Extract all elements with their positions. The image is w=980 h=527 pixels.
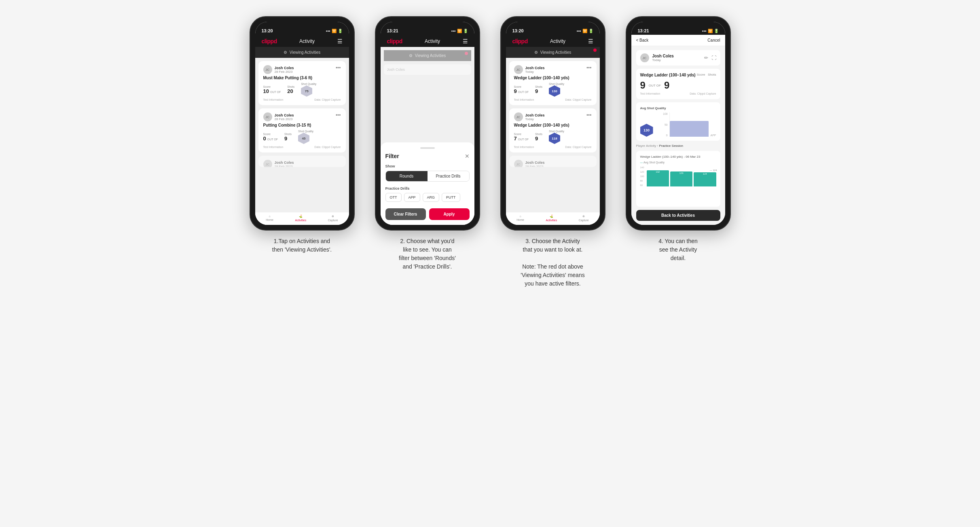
status-time-4: 13:21 [638,28,649,33]
back-button[interactable]: < Back [636,38,649,42]
activity-list-1: JC Josh Coles 28 Feb 2023 ••• Must Make … [255,58,349,212]
viewing-activities-bar-1[interactable]: ⚙ Viewing Activities [255,47,349,58]
home-icon-1: ⌂ [269,215,271,218]
card-header-1-2: JC Josh Coles 28 Feb 2023 ••• [263,112,341,121]
viewing-activities-bar-3[interactable]: ⚙ Viewing Activities [506,47,600,58]
phone-section-1: 13:20 ▪▪▪ 🛜 🔋 clippd Activity ☰ ⚙ Viewi [246,16,359,254]
detail-score-row: 9 OUT OF 9 [640,80,716,91]
card-footer-1-1: Test Information Data: Clippd Capture [263,98,341,101]
card-dots-1-1[interactable]: ••• [336,65,341,71]
cancel-button[interactable]: Cancel [707,38,720,42]
detail-header: < Back Cancel [631,35,725,46]
detail-score-section: Wedge Ladder (100–140 yds) Score Shots 9… [636,69,720,99]
activities-icon-3: ⛳ [550,215,553,218]
nav-capture-3[interactable]: ⊕ Capture [579,215,589,222]
bar-chart-area: 140 120 100 80 60 132 [640,166,716,186]
score-col-label: Score Shots [696,73,716,76]
detail-score: 9 [640,80,646,91]
card-footer-3-2: Test Information Data: Clippd Capture [514,146,592,148]
back-to-activities-btn[interactable]: Back to Activities [636,210,720,221]
score-label-1-1: Score [263,85,281,88]
status-icons-4: ▪▪▪ 🛜 🔋 [702,29,719,33]
capture-label-1: Capture [328,219,338,222]
status-time-1: 13:20 [262,28,273,33]
card-stats-1-2: Score 0 OUT OF Shots 9 [263,130,341,144]
nav-title-3: Activity [550,38,565,44]
shots-stat-1-1: Shots 20 [287,85,294,94]
nav-home-1[interactable]: ⌂ Home [266,215,273,222]
filter-icon-3: ⚙ [534,50,538,55]
card-user-info-1-3: Josh Coles 28 Feb 2023 [275,161,294,167]
menu-icon-3[interactable]: ☰ [588,38,593,44]
phone-section-4: 13:21 ▪▪▪ 🛜 🔋 < Back Cancel JC [622,16,735,262]
user-date-1-1: 28 Feb 2023 [275,70,294,74]
card-stats-3-2: Score 7 OUT OF Shots 9 [514,130,592,144]
card-title-3-1: Wedge Ladder (100–140 yds) [514,76,592,80]
quality-hexagon-detail: 130 [640,124,653,137]
nav-activities-3[interactable]: ⛳ Activities [546,215,557,222]
detail-outof: OUT OF [649,84,661,87]
drill-app[interactable]: APP [404,193,420,202]
apply-button[interactable]: Apply [429,208,470,220]
card-dots-3-1[interactable]: ••• [586,65,592,71]
nav-home-3[interactable]: ⌂ Home [516,215,524,222]
practice-drills-label: Practice Drills [385,186,470,190]
activity-card-3-2[interactable]: JC Josh Coles Today ••• Wedge Ladder (10… [509,108,597,152]
viewing-activities-label-3: Viewing Activities [540,50,571,55]
screen-content-3: ⚙ Viewing Activities JC Josh Coles [506,47,600,225]
bg-content-2: ⚙ Viewing Activities Josh Coles [381,47,474,80]
activity-card-3-1[interactable]: JC Josh Coles Today ••• Wedge Ladder (10… [509,61,597,105]
drill-putt[interactable]: PUTT [442,193,460,202]
edit-icon[interactable]: ✏ [704,55,708,61]
filter-actions: Clear Filters Apply [385,208,470,220]
nav-activities-1[interactable]: ⛳ Activities [295,215,307,222]
bar-y-axis: 140 120 100 80 60 [640,166,644,186]
bar-1: 132 [647,170,669,186]
caption-3: 3. Choose the Activity that you want to … [521,237,584,288]
status-time-3: 13:20 [512,28,524,33]
shots-stat-1-2: Shots 9 [284,133,292,142]
filter-drill-row: OTT APP ARG PUTT [385,193,470,202]
clear-filters-button[interactable]: Clear Filters [385,208,426,220]
quality-stat-1-1: Shot Quality 75 [301,83,316,97]
viewing-activities-label-1: Viewing Activities [290,50,321,55]
bars: 132 129 124 — 124 [647,166,716,186]
practice-drills-toggle[interactable]: Practice Drills [428,171,469,181]
caption-2: 2. Choose what you'd like to see. You ca… [399,237,456,271]
filter-close-icon[interactable]: ✕ [465,153,470,159]
nav-capture-1[interactable]: ⊕ Capture [328,215,338,222]
score-value-1-1: 10 OUT OF [263,88,281,94]
nav-title-2: Activity [425,38,440,44]
card-dots-1-2[interactable]: ••• [336,112,341,118]
bg-card-2: Josh Coles [384,64,471,75]
battery-icon-2: 🔋 [463,29,468,33]
menu-icon-1[interactable]: ☰ [337,38,343,44]
score-stat-1-2: Score 0 OUT OF [263,133,278,142]
activity-card-1-1[interactable]: JC Josh Coles 28 Feb 2023 ••• Must Make … [258,61,346,105]
rounds-toggle[interactable]: Rounds [386,171,428,181]
card-stats-1-1: Score 10 OUT OF Shots 20 [263,83,341,97]
card-user-3-2: JC Josh Coles Today [514,112,545,121]
battery-icon-3: 🔋 [588,29,593,33]
expand-icon[interactable]: ⛶ [711,55,716,61]
filter-modal: Filter ✕ Show Rounds Practice Drills Pra… [381,142,474,225]
drill-ott[interactable]: OTT [385,193,402,202]
activity-card-1-2[interactable]: JC Josh Coles 28 Feb 2023 ••• Putting Co… [258,108,346,152]
wifi-icon-4: 🛜 [708,29,713,33]
card-user-info-3-2: Josh Coles Today [525,113,545,121]
notch-1 [284,17,320,27]
nav-bar-3: clippd Activity ☰ [506,35,600,47]
menu-icon-2[interactable]: ☰ [463,38,468,44]
card-dots-3-2[interactable]: ••• [586,112,592,118]
quality-bar [670,121,709,137]
phone-frame-1: 13:20 ▪▪▪ 🛜 🔋 clippd Activity ☰ ⚙ Viewi [250,16,355,231]
card-user-info-1-1: Josh Coles 28 Feb 2023 [275,66,294,74]
chart-y-axis: 100 50 0 [655,112,668,137]
info-text-1-1: Test Information [263,98,284,101]
drill-arg[interactable]: ARG [423,193,440,202]
logo-3: clippd [512,38,528,44]
filter-icon-1: ⚙ [284,50,287,55]
avg-quality-title: Avg Shot Quality [640,106,716,110]
show-label: Show [385,164,470,168]
quality-hex-1-1: 75 [301,85,312,97]
